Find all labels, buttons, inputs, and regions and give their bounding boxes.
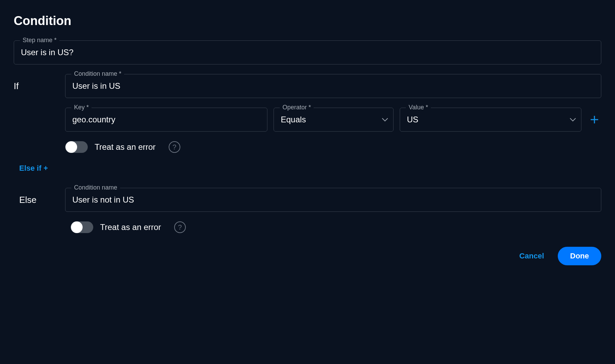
else-condition-name-label: Condition name <box>71 184 120 191</box>
step-name-field: Step name * <box>14 40 601 64</box>
value-label: Value * <box>406 104 431 111</box>
value-select[interactable] <box>400 108 581 132</box>
toggle-knob <box>65 141 77 153</box>
if-condition-name-input[interactable] <box>65 74 601 98</box>
step-name-label: Step name * <box>20 37 59 44</box>
condition-rule-row: Key * Operator * Value * <box>65 108 601 132</box>
if-condition-name-label: Condition name * <box>71 70 124 77</box>
operator-label: Operator * <box>280 104 314 111</box>
else-treat-error-toggle[interactable] <box>71 221 93 233</box>
add-rule-button[interactable] <box>588 113 601 126</box>
step-name-input[interactable] <box>14 40 601 64</box>
if-condition-name-field: Condition name * <box>65 74 601 98</box>
plus-icon <box>590 115 599 124</box>
page-title: Condition <box>14 14 601 28</box>
else-treat-error-label: Treat as an error <box>100 222 161 232</box>
operator-select[interactable] <box>274 108 394 132</box>
toggle-knob <box>71 221 83 233</box>
key-label: Key * <box>71 104 92 111</box>
if-treat-error-row: Treat as an error ? <box>65 141 601 153</box>
if-label: If <box>14 81 45 92</box>
dialog-footer: Cancel Done <box>14 247 601 265</box>
else-condition-name-input[interactable] <box>65 188 601 212</box>
else-treat-error-row: Treat as an error ? <box>71 221 601 233</box>
help-icon[interactable]: ? <box>169 141 180 153</box>
key-input[interactable] <box>65 108 267 132</box>
else-label: Else <box>19 195 45 205</box>
else-condition-name-field: Condition name <box>65 188 601 212</box>
cancel-button[interactable]: Cancel <box>517 247 547 265</box>
if-treat-error-label: Treat as an error <box>95 142 156 152</box>
help-icon[interactable]: ? <box>174 221 186 233</box>
else-if-add-button[interactable]: Else if + <box>19 162 48 174</box>
done-button[interactable]: Done <box>558 247 601 265</box>
if-treat-error-toggle[interactable] <box>65 141 88 153</box>
